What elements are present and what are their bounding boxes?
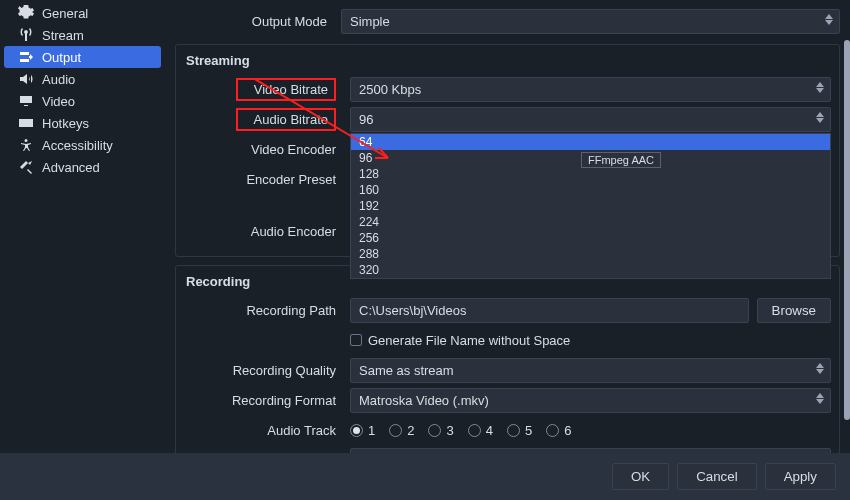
audio-track-radio[interactable]: 1 xyxy=(350,423,375,438)
sidebar-item-label: Video xyxy=(42,94,75,109)
sidebar-item-label: Output xyxy=(42,50,81,65)
cancel-button[interactable]: Cancel xyxy=(677,463,757,490)
recording-format-select[interactable]: Matroska Video (.mkv) xyxy=(350,388,831,413)
sidebar-item-video[interactable]: Video xyxy=(0,90,165,112)
custom-muxer-input[interactable] xyxy=(350,448,831,454)
dropdown-option[interactable]: 192 xyxy=(351,198,830,214)
recording-section: Recording Recording Path C:\Users\bj\Vid… xyxy=(175,265,840,453)
gen-filename-label: Generate File Name without Space xyxy=(368,333,570,348)
audio-bitrate-label: Audio Bitrate xyxy=(236,108,336,131)
sidebar-item-label: Hotkeys xyxy=(42,116,89,131)
output-mode-label: Output Mode xyxy=(175,14,335,29)
audio-track-radio[interactable]: 4 xyxy=(468,423,493,438)
audio-bitrate-dropdown: FFmpeg AAC 64 96 128 160 192 224 256 288… xyxy=(350,133,831,279)
sidebar-item-advanced[interactable]: Advanced xyxy=(0,156,165,178)
video-bitrate-input[interactable]: 2500 Kbps xyxy=(350,77,831,102)
dropdown-option[interactable]: 64 xyxy=(351,134,830,150)
browse-button[interactable]: Browse xyxy=(757,298,831,323)
chevrons-icon xyxy=(816,112,824,123)
audio-track-radio[interactable]: 2 xyxy=(389,423,414,438)
sidebar-item-accessibility[interactable]: Accessibility xyxy=(0,134,165,156)
encoder-tooltip: FFmpeg AAC xyxy=(581,152,661,168)
dropdown-option[interactable]: 224 xyxy=(351,214,830,230)
gen-filename-checkbox[interactable] xyxy=(350,334,362,346)
sidebar: General Stream Output Audio Video Hotkey… xyxy=(0,0,165,453)
streaming-title: Streaming xyxy=(184,45,831,74)
antenna-icon xyxy=(18,27,34,43)
recording-quality-label: Recording Quality xyxy=(184,363,344,378)
recording-path-label: Recording Path xyxy=(184,303,344,318)
gear-icon xyxy=(18,5,34,21)
apply-button[interactable]: Apply xyxy=(765,463,836,490)
tools-icon xyxy=(18,159,34,175)
sidebar-item-output[interactable]: Output xyxy=(4,46,161,68)
footer: OK Cancel Apply xyxy=(0,453,850,500)
chevrons-icon xyxy=(825,14,833,25)
sidebar-item-label: Audio xyxy=(42,72,75,87)
audio-track-label: Audio Track xyxy=(184,423,344,438)
scrollbar[interactable] xyxy=(844,40,850,420)
dropdown-option[interactable]: 128 xyxy=(351,166,830,182)
custom-muxer-label: Custom Muxer Settings xyxy=(184,453,344,454)
accessibility-icon xyxy=(18,137,34,153)
chevrons-icon xyxy=(816,393,824,404)
encoder-preset-label: Encoder Preset xyxy=(184,172,344,187)
dropdown-option[interactable]: 288 xyxy=(351,246,830,262)
output-icon xyxy=(18,49,34,65)
ok-button[interactable]: OK xyxy=(612,463,669,490)
audio-track-radios: 1 2 3 4 5 6 xyxy=(350,423,831,438)
dropdown-option[interactable]: 320 xyxy=(351,262,830,278)
sidebar-item-label: Stream xyxy=(42,28,84,43)
stepper-icon[interactable] xyxy=(816,82,824,93)
content: Output Mode Simple Streaming Video Bitra… xyxy=(165,0,850,453)
audio-bitrate-select[interactable]: 96 xyxy=(350,107,831,132)
audio-track-radio[interactable]: 5 xyxy=(507,423,532,438)
dropdown-option[interactable]: 256 xyxy=(351,230,830,246)
recording-path-input[interactable]: C:\Users\bj\Videos xyxy=(350,298,749,323)
sidebar-item-label: Accessibility xyxy=(42,138,113,153)
audio-track-radio[interactable]: 3 xyxy=(428,423,453,438)
keyboard-icon xyxy=(18,115,34,131)
video-bitrate-label: Video Bitrate xyxy=(236,78,336,101)
sidebar-item-stream[interactable]: Stream xyxy=(0,24,165,46)
sidebar-item-hotkeys[interactable]: Hotkeys xyxy=(0,112,165,134)
recording-format-label: Recording Format xyxy=(184,393,344,408)
streaming-section: Streaming Video Bitrate 2500 Kbps Audio … xyxy=(175,44,840,257)
chevrons-icon xyxy=(816,363,824,374)
output-mode-select[interactable]: Simple xyxy=(341,9,840,34)
dropdown-option[interactable]: 160 xyxy=(351,182,830,198)
sidebar-item-general[interactable]: General xyxy=(0,2,165,24)
sidebar-item-label: Advanced xyxy=(42,160,100,175)
monitor-icon xyxy=(18,93,34,109)
sidebar-item-audio[interactable]: Audio xyxy=(0,68,165,90)
speaker-icon xyxy=(18,71,34,87)
sidebar-item-label: General xyxy=(42,6,88,21)
recording-quality-select[interactable]: Same as stream xyxy=(350,358,831,383)
audio-track-radio[interactable]: 6 xyxy=(546,423,571,438)
output-mode-row: Output Mode Simple xyxy=(175,6,840,36)
audio-encoder-label: Audio Encoder xyxy=(184,224,344,239)
video-encoder-label: Video Encoder xyxy=(184,142,344,157)
